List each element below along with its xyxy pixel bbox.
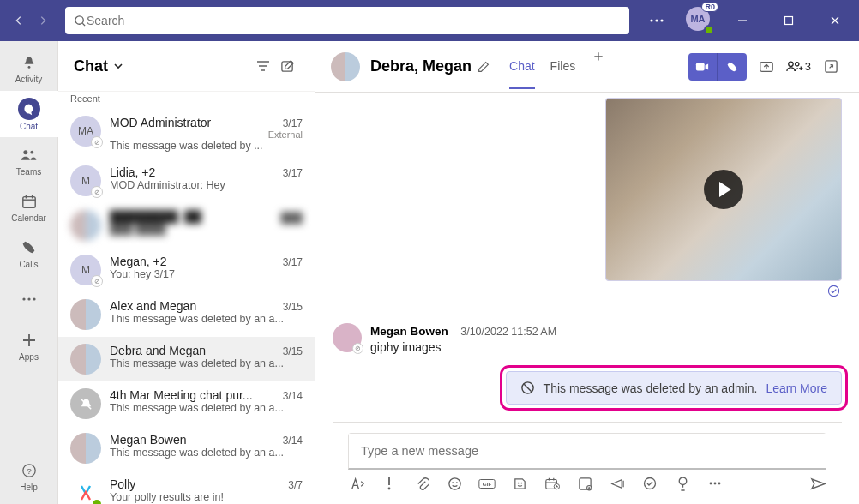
tab-chat[interactable]: Chat bbox=[509, 44, 535, 89]
video-call-button[interactable] bbox=[688, 53, 718, 81]
loop-button[interactable] bbox=[576, 475, 593, 492]
svg-point-36 bbox=[710, 483, 712, 485]
video-attachment[interactable] bbox=[605, 98, 842, 281]
emoji-button[interactable] bbox=[446, 475, 463, 492]
rail-label: Apps bbox=[19, 352, 39, 362]
play-icon[interactable] bbox=[704, 170, 743, 209]
chat-row[interactable]: Polly3/7Your polly results are in! bbox=[58, 471, 315, 504]
gif-button[interactable]: GIF bbox=[478, 475, 496, 492]
priority-button[interactable] bbox=[381, 475, 398, 492]
format-button[interactable] bbox=[348, 475, 365, 492]
deleted-text: This message was deleted by an admin. bbox=[544, 381, 758, 395]
chat-preview: MOD Administrator: Hey bbox=[110, 179, 303, 191]
chat-row[interactable]: M⊘Megan, +23/17You: hey 3/17 bbox=[58, 248, 315, 292]
svg-text:GIF: GIF bbox=[483, 481, 492, 487]
svg-point-7 bbox=[30, 150, 33, 153]
forward-button[interactable] bbox=[31, 9, 55, 33]
svg-point-9 bbox=[22, 297, 25, 300]
svg-point-34 bbox=[645, 478, 656, 489]
me-avatar[interactable]: MA R0 bbox=[686, 7, 713, 34]
chat-avatar bbox=[70, 344, 101, 375]
chat-name: Alex and Megan bbox=[110, 299, 196, 313]
chat-time: 3/17 bbox=[283, 167, 303, 179]
viva-button[interactable] bbox=[674, 475, 691, 492]
svg-rect-15 bbox=[696, 63, 705, 70]
rail-apps[interactable]: Apps bbox=[0, 322, 58, 369]
stream-button[interactable] bbox=[609, 475, 626, 492]
window-maximize[interactable] bbox=[772, 3, 806, 38]
chat-row[interactable]: Megan Bowen3/14This message was deleted … bbox=[58, 426, 315, 471]
filter-button[interactable] bbox=[251, 54, 275, 78]
svg-point-6 bbox=[23, 150, 27, 154]
tab-files[interactable]: Files bbox=[550, 44, 576, 89]
message-composer[interactable] bbox=[348, 433, 826, 470]
chat-row[interactable]: Debra and Megan3/15This message was dele… bbox=[58, 337, 315, 381]
svg-point-25 bbox=[455, 482, 457, 483]
approve-button[interactable] bbox=[641, 475, 658, 492]
audio-call-button[interactable] bbox=[718, 53, 747, 81]
search-input[interactable] bbox=[87, 14, 621, 27]
rail-help[interactable]: ? Help bbox=[0, 453, 58, 499]
chat-name: Debra and Megan bbox=[110, 344, 206, 357]
chat-time: 3/7 bbox=[288, 479, 303, 491]
help-icon: ? bbox=[19, 460, 39, 481]
share-screen-button[interactable] bbox=[754, 54, 779, 80]
open-app-button[interactable] bbox=[818, 54, 844, 80]
chat-row[interactable]: M⊘Lidia, +23/17MOD Administrator: Hey bbox=[58, 159, 315, 203]
more-button[interactable] bbox=[640, 3, 674, 38]
title-bar: MA R0 bbox=[0, 0, 859, 41]
conversation-title-text: Debra, Megan bbox=[370, 57, 472, 75]
conversation-title[interactable]: Debra, Megan bbox=[370, 57, 490, 75]
chat-row[interactable]: MA⊘MOD Administrator3/17ExternalThis mes… bbox=[58, 109, 315, 159]
edit-icon[interactable] bbox=[477, 60, 490, 74]
chat-time: 3/15 bbox=[283, 345, 303, 357]
plus-icon bbox=[19, 330, 39, 351]
send-button[interactable] bbox=[809, 475, 826, 492]
chat-avatar bbox=[70, 210, 101, 241]
search-box[interactable] bbox=[65, 7, 629, 34]
chat-row[interactable]: ████████, ████████ ████ bbox=[58, 203, 315, 248]
svg-point-3 bbox=[660, 19, 663, 21]
chat-avatar bbox=[70, 433, 101, 464]
svg-point-11 bbox=[33, 297, 35, 300]
attach-button[interactable] bbox=[413, 475, 430, 492]
message-author: Megan Bowen bbox=[370, 325, 448, 338]
rail-activity[interactable]: Activity bbox=[0, 45, 58, 91]
rail-teams[interactable]: Teams bbox=[0, 137, 58, 183]
rail-more[interactable] bbox=[0, 276, 58, 322]
participants-button[interactable]: 3 bbox=[786, 60, 811, 73]
read-receipt-icon bbox=[827, 285, 840, 297]
chat-time: 3/15 bbox=[283, 301, 303, 313]
chat-row[interactable]: 4th Mar Meeting chat pur...3/14This mess… bbox=[58, 381, 315, 426]
svg-rect-8 bbox=[22, 196, 34, 207]
rail-label: Calendar bbox=[11, 213, 46, 223]
schedule-button[interactable] bbox=[544, 475, 561, 492]
chat-list-title[interactable]: Chat bbox=[74, 57, 123, 75]
svg-point-37 bbox=[714, 483, 717, 485]
rail-chat[interactable]: Chat bbox=[0, 91, 58, 137]
avatar-org-badge: R0 bbox=[701, 2, 718, 12]
add-tab-button[interactable]: ＋ bbox=[591, 44, 606, 89]
back-button[interactable] bbox=[7, 9, 31, 33]
new-chat-button[interactable] bbox=[275, 54, 299, 78]
window-close[interactable] bbox=[818, 3, 852, 38]
chat-name: MOD Administrator bbox=[110, 116, 211, 129]
chat-preview: This message was deleted by an a... bbox=[110, 402, 303, 414]
sticker-button[interactable] bbox=[511, 475, 528, 492]
chat-avatar bbox=[70, 477, 101, 504]
rail-calls[interactable]: Calls bbox=[0, 230, 58, 276]
more-actions-button[interactable] bbox=[706, 475, 724, 492]
section-label: Recent bbox=[58, 91, 315, 109]
learn-more-link[interactable]: Learn More bbox=[766, 381, 827, 395]
svg-point-20 bbox=[828, 285, 838, 296]
search-icon bbox=[74, 15, 87, 27]
window-minimize[interactable] bbox=[725, 3, 760, 38]
rail-calendar[interactable]: Calendar bbox=[0, 183, 58, 230]
deleted-message-banner: This message was deleted by an admin. Le… bbox=[506, 371, 842, 405]
chat-preview: You: hey 3/17 bbox=[110, 268, 303, 280]
svg-point-38 bbox=[718, 483, 721, 485]
composer-input[interactable] bbox=[349, 434, 826, 468]
chat-row[interactable]: Alex and Megan3/15This message was delet… bbox=[58, 292, 315, 337]
message-avatar: ⊘ bbox=[333, 323, 362, 352]
chat-name: ████████, ██ bbox=[110, 210, 201, 224]
